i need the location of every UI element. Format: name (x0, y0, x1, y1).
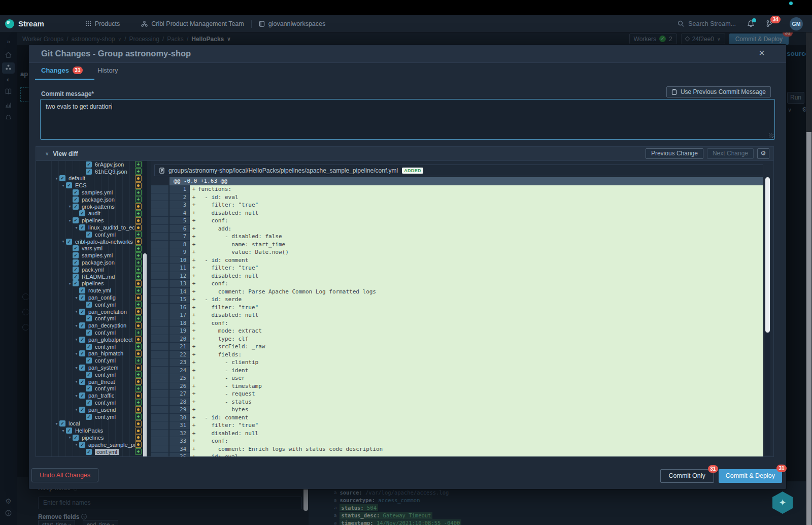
team-switcher[interactable]: Cribl Product Management Team (141, 20, 244, 27)
close-icon[interactable]: × (759, 47, 765, 59)
notifications-button[interactable] (747, 20, 755, 27)
tree-checkbox[interactable]: ✓ (79, 309, 85, 315)
commit-deploy-button[interactable]: Commit & Deploy 31 (719, 469, 782, 483)
tree-caret-icon[interactable]: ▾ (60, 183, 66, 188)
tree-checkbox[interactable]: ✓ (86, 449, 92, 455)
tree-caret-icon[interactable]: ▾ (74, 351, 79, 356)
tree-checkbox[interactable]: ✓ (86, 315, 92, 321)
tree-checkbox[interactable]: ✓ (86, 169, 92, 175)
diff-settings-button[interactable]: ⚙ (757, 148, 769, 159)
tree-row[interactable]: ✓samples.yml+ (36, 252, 150, 259)
tree-row[interactable]: ▾✓pan_traffic (36, 392, 150, 399)
tree-checkbox[interactable]: ✓ (73, 280, 79, 286)
tree-caret-icon[interactable]: ▾ (54, 421, 59, 426)
git-status-button[interactable]: 34 (766, 20, 773, 27)
tree-scrollbar[interactable] (143, 161, 147, 456)
workspace-switcher[interactable]: giovanniworkspaces (259, 20, 326, 27)
tree-checkbox[interactable]: ✓ (86, 161, 92, 168)
tree-row[interactable]: ✓conf.yml+ (36, 448, 150, 455)
diff-scrollbar[interactable] (765, 177, 770, 455)
tree-row[interactable]: ▾✓local (36, 420, 150, 427)
tree-row[interactable]: ✓audit+ (36, 210, 150, 217)
tree-row[interactable]: ▾✓pan_decryption (36, 322, 150, 329)
tree-row[interactable]: ✓conf.yml+ (36, 385, 150, 392)
tree-checkbox[interactable]: ✓ (79, 337, 85, 343)
tree-checkbox[interactable]: ✓ (86, 414, 92, 420)
tree-checkbox[interactable]: ✓ (66, 428, 72, 434)
tree-checkbox[interactable]: ✓ (86, 344, 92, 350)
tree-caret-icon[interactable]: ▾ (74, 407, 79, 412)
tree-row[interactable]: ✓conf.yml+ (36, 301, 150, 308)
tree-row[interactable]: ✓conf.yml+ (36, 231, 150, 238)
resize-handle-icon[interactable] (769, 134, 773, 138)
tree-checkbox[interactable]: ✓ (59, 175, 65, 181)
tree-row[interactable]: ▾✓pipelines (36, 280, 150, 287)
commit-message-input[interactable]: two evals to get duration (40, 99, 775, 140)
tree-row[interactable]: ✓route.yml+ (36, 287, 150, 294)
tree-checkbox[interactable]: ✓ (73, 189, 79, 195)
tree-row[interactable]: ▾✓default (36, 175, 150, 182)
tree-row[interactable]: ✓conf.yml+ (36, 413, 150, 420)
tree-caret-icon[interactable]: ▾ (54, 176, 59, 181)
tree-checkbox[interactable]: ✓ (66, 182, 72, 188)
tree-checkbox[interactable]: ✓ (79, 407, 85, 413)
tree-row[interactable]: ▾✓grok-patterns (36, 203, 150, 210)
tree-row[interactable]: ✓package.json+ (36, 259, 150, 266)
page-scrollbar[interactable] (806, 32, 812, 525)
tree-row[interactable]: ▾✓pan_userid (36, 406, 150, 413)
tree-checkbox[interactable]: ✓ (73, 267, 79, 273)
tree-checkbox[interactable]: ✓ (79, 210, 85, 216)
tree-checkbox[interactable]: ✓ (73, 245, 79, 251)
avatar[interactable]: GM (790, 17, 803, 30)
tree-checkbox[interactable]: ✓ (86, 330, 92, 336)
tree-caret-icon[interactable]: ▾ (67, 435, 73, 440)
tree-checkbox[interactable]: ✓ (73, 217, 79, 223)
tree-row[interactable]: ✓conf.yml+ (36, 329, 150, 336)
tree-row[interactable]: ✓package.json+ (36, 196, 150, 203)
tree-row[interactable]: ▾✓pan_system (36, 364, 150, 371)
tree-row[interactable]: ✓conf.yml+ (36, 315, 150, 322)
tree-caret-icon[interactable]: ▾ (67, 204, 73, 209)
tree-caret-icon[interactable]: ▾ (74, 323, 79, 328)
tree-row[interactable]: ✓6rAgpv.json+ (36, 161, 150, 168)
tree-row[interactable]: ▾✓pan_globalprotect (36, 336, 150, 343)
commit-only-button[interactable]: Commit Only 31 (660, 469, 714, 483)
tree-row[interactable]: ✓61hEQ9.json+ (36, 168, 150, 175)
chevron-down-icon[interactable]: ∨ (45, 151, 49, 156)
tree-checkbox[interactable]: ✓ (79, 322, 85, 329)
tree-row[interactable]: ▾✓pan_config (36, 294, 150, 301)
tree-caret-icon[interactable]: ▾ (74, 366, 79, 370)
tree-checkbox[interactable]: ✓ (73, 259, 79, 266)
tree-caret-icon[interactable]: ▾ (67, 281, 73, 286)
next-change-button[interactable]: Next Change (707, 148, 754, 159)
tree-checkbox[interactable]: ✓ (86, 232, 92, 238)
tab-changes[interactable]: Changes 31 (41, 67, 83, 74)
cribl-logo-icon[interactable] (5, 19, 14, 28)
tree-row[interactable]: ▾✓cribl-palo-alto-networks (36, 238, 150, 245)
tree-caret-icon[interactable]: ▾ (60, 239, 66, 244)
tree-caret-icon[interactable]: ▾ (74, 442, 79, 447)
tree-row[interactable]: ✓conf.yml+ (36, 399, 150, 406)
tree-row[interactable]: ▾✓ECS (36, 182, 150, 189)
diff-scrollbar-thumb[interactable] (765, 177, 770, 333)
tree-row[interactable]: ▾✓HelloPacks (36, 427, 150, 434)
tree-checkbox[interactable]: ✓ (86, 302, 92, 308)
tree-caret-icon[interactable]: ▾ (74, 393, 79, 398)
tree-scrollbar-thumb[interactable] (143, 253, 147, 456)
tree-checkbox[interactable]: ✓ (79, 392, 85, 399)
tree-checkbox[interactable]: ✓ (79, 365, 85, 371)
tree-row[interactable]: ▾✓apache_sample_pi... (36, 441, 150, 448)
products-menu[interactable]: Products (86, 20, 120, 27)
tree-checkbox[interactable]: ✓ (73, 274, 79, 280)
tree-checkbox[interactable]: ✓ (86, 400, 92, 406)
tree-row[interactable]: ✓pack.yml+ (36, 266, 150, 273)
tree-caret-icon[interactable]: ▾ (74, 225, 79, 230)
tree-checkbox[interactable]: ✓ (79, 350, 85, 356)
tree-caret-icon[interactable]: ▾ (74, 296, 79, 300)
tree-row[interactable]: ✓conf.yml+ (36, 343, 150, 350)
tree-row[interactable]: ▾✓pan_threat (36, 378, 150, 385)
tree-checkbox[interactable]: ✓ (79, 379, 85, 385)
tree-row[interactable]: ✓vars.yml+ (36, 245, 150, 252)
tree-row[interactable]: ▾✓pipelines (36, 217, 150, 224)
tree-checkbox[interactable]: ✓ (73, 204, 79, 210)
